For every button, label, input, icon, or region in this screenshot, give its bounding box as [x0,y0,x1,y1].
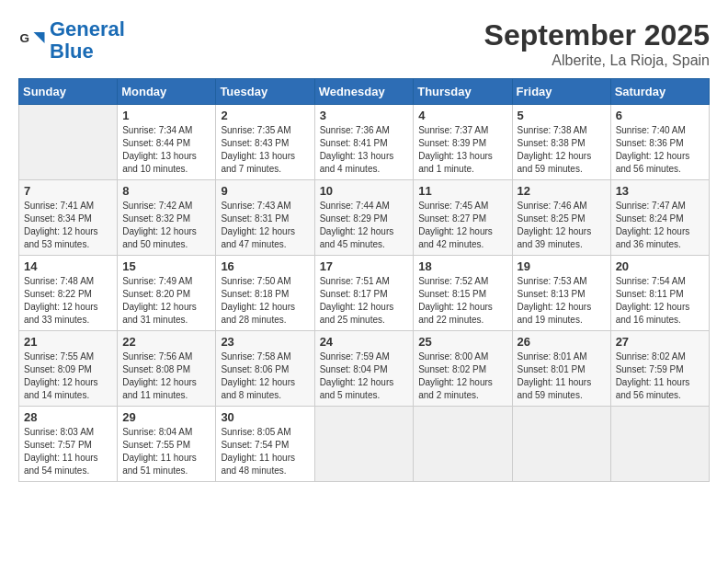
day-detail: Sunrise: 7:50 AM Sunset: 8:18 PM Dayligh… [221,275,309,327]
calendar-cell: 19Sunrise: 7:53 AM Sunset: 8:13 PM Dayli… [512,256,610,331]
logo-icon: G [18,27,46,54]
day-number: 1 [122,109,210,122]
calendar-header-row: SundayMondayTuesdayWednesdayThursdayFrid… [19,79,710,105]
day-detail: Sunrise: 8:02 AM Sunset: 7:59 PM Dayligh… [616,350,704,402]
calendar-cell: 24Sunrise: 7:59 AM Sunset: 8:04 PM Dayli… [314,331,414,407]
day-detail: Sunrise: 7:36 AM Sunset: 8:41 PM Dayligh… [320,124,409,176]
day-number: 6 [616,109,704,122]
calendar-cell [512,407,610,482]
title-block: September 2025 Alberite, La Rioja, Spain [484,18,710,69]
day-of-week-header: Tuesday [216,79,314,105]
day-detail: Sunrise: 7:56 AM Sunset: 8:08 PM Dayligh… [122,350,210,402]
day-number: 29 [122,410,210,424]
day-detail: Sunrise: 7:59 AM Sunset: 8:04 PM Dayligh… [320,350,409,402]
day-detail: Sunrise: 8:01 AM Sunset: 8:01 PM Dayligh… [518,350,606,402]
day-number: 3 [320,109,409,122]
day-detail: Sunrise: 7:48 AM Sunset: 8:22 PM Dayligh… [24,275,112,327]
day-number: 8 [122,184,210,198]
day-of-week-header: Friday [512,79,610,105]
calendar-cell: 25Sunrise: 8:00 AM Sunset: 8:02 PM Dayli… [414,331,512,407]
day-detail: Sunrise: 8:03 AM Sunset: 7:57 PM Dayligh… [24,426,112,477]
day-number: 22 [122,335,210,349]
day-detail: Sunrise: 7:58 AM Sunset: 8:06 PM Dayligh… [221,350,309,402]
day-detail: Sunrise: 8:00 AM Sunset: 8:02 PM Dayligh… [418,350,506,402]
day-detail: Sunrise: 7:44 AM Sunset: 8:29 PM Dayligh… [320,200,409,251]
location-subtitle: Alberite, La Rioja, Spain [484,52,710,69]
svg-text:G: G [20,31,30,45]
day-number: 14 [24,259,112,273]
calendar-cell: 17Sunrise: 7:51 AM Sunset: 8:17 PM Dayli… [314,256,414,331]
day-detail: Sunrise: 7:42 AM Sunset: 8:32 PM Dayligh… [122,200,210,251]
calendar-week-row: 21Sunrise: 7:55 AM Sunset: 8:09 PM Dayli… [19,331,710,407]
calendar-cell [19,105,118,180]
calendar-cell: 22Sunrise: 7:56 AM Sunset: 8:08 PM Dayli… [118,331,216,407]
day-detail: Sunrise: 7:54 AM Sunset: 8:11 PM Dayligh… [616,275,704,327]
calendar-cell: 4Sunrise: 7:37 AM Sunset: 8:39 PM Daylig… [414,105,512,180]
day-detail: Sunrise: 7:43 AM Sunset: 8:31 PM Dayligh… [221,200,309,251]
calendar-table: SundayMondayTuesdayWednesdayThursdayFrid… [18,78,710,482]
calendar-cell: 26Sunrise: 8:01 AM Sunset: 8:01 PM Dayli… [512,331,610,407]
calendar-cell: 12Sunrise: 7:46 AM Sunset: 8:25 PM Dayli… [512,180,610,256]
calendar-cell: 10Sunrise: 7:44 AM Sunset: 8:29 PM Dayli… [314,180,414,256]
day-number: 12 [518,184,606,198]
calendar-cell [610,407,709,482]
day-number: 5 [518,109,606,122]
day-number: 19 [518,259,606,273]
day-detail: Sunrise: 7:51 AM Sunset: 8:17 PM Dayligh… [320,275,409,327]
calendar-cell: 27Sunrise: 8:02 AM Sunset: 7:59 PM Dayli… [610,331,709,407]
page-header: G General Blue September 2025 Alberite, … [18,18,710,69]
calendar-cell [414,407,512,482]
day-detail: Sunrise: 7:52 AM Sunset: 8:15 PM Dayligh… [418,275,506,327]
calendar-cell: 16Sunrise: 7:50 AM Sunset: 8:18 PM Dayli… [216,256,314,331]
calendar-cell: 23Sunrise: 7:58 AM Sunset: 8:06 PM Dayli… [216,331,314,407]
calendar-cell: 8Sunrise: 7:42 AM Sunset: 8:32 PM Daylig… [118,180,216,256]
day-number: 18 [418,259,506,273]
day-of-week-header: Thursday [414,79,512,105]
calendar-cell: 14Sunrise: 7:48 AM Sunset: 8:22 PM Dayli… [19,256,118,331]
day-detail: Sunrise: 7:34 AM Sunset: 8:44 PM Dayligh… [122,124,210,176]
day-of-week-header: Sunday [19,79,118,105]
calendar-cell: 3Sunrise: 7:36 AM Sunset: 8:41 PM Daylig… [314,105,414,180]
calendar-cell: 7Sunrise: 7:41 AM Sunset: 8:34 PM Daylig… [19,180,118,256]
calendar-cell: 6Sunrise: 7:40 AM Sunset: 8:36 PM Daylig… [610,105,709,180]
calendar-week-row: 7Sunrise: 7:41 AM Sunset: 8:34 PM Daylig… [19,180,710,256]
calendar-cell: 2Sunrise: 7:35 AM Sunset: 8:43 PM Daylig… [216,105,314,180]
calendar-cell: 1Sunrise: 7:34 AM Sunset: 8:44 PM Daylig… [118,105,216,180]
calendar-week-row: 14Sunrise: 7:48 AM Sunset: 8:22 PM Dayli… [19,256,710,331]
day-detail: Sunrise: 8:05 AM Sunset: 7:54 PM Dayligh… [221,426,309,477]
day-number: 4 [418,109,506,122]
day-number: 26 [518,335,606,349]
day-of-week-header: Monday [118,79,216,105]
day-number: 24 [320,335,409,349]
day-detail: Sunrise: 7:47 AM Sunset: 8:24 PM Dayligh… [616,200,704,251]
day-detail: Sunrise: 7:45 AM Sunset: 8:27 PM Dayligh… [418,200,506,251]
logo-blue: Blue [50,40,94,63]
day-detail: Sunrise: 7:49 AM Sunset: 8:20 PM Dayligh… [122,275,210,327]
day-number: 13 [616,184,704,198]
day-detail: Sunrise: 7:41 AM Sunset: 8:34 PM Dayligh… [24,200,112,251]
calendar-cell: 28Sunrise: 8:03 AM Sunset: 7:57 PM Dayli… [19,407,118,482]
day-number: 21 [24,335,112,349]
day-number: 7 [24,184,112,198]
calendar-cell [314,407,414,482]
calendar-body: 1Sunrise: 7:34 AM Sunset: 8:44 PM Daylig… [19,105,710,482]
day-of-week-header: Saturday [610,79,709,105]
calendar-cell: 29Sunrise: 8:04 AM Sunset: 7:55 PM Dayli… [118,407,216,482]
calendar-cell: 21Sunrise: 7:55 AM Sunset: 8:09 PM Dayli… [19,331,118,407]
calendar-week-row: 28Sunrise: 8:03 AM Sunset: 7:57 PM Dayli… [19,407,710,482]
day-detail: Sunrise: 7:38 AM Sunset: 8:38 PM Dayligh… [518,124,606,176]
day-number: 17 [320,259,409,273]
day-number: 2 [221,109,309,122]
month-year-title: September 2025 [484,18,710,52]
day-detail: Sunrise: 7:35 AM Sunset: 8:43 PM Dayligh… [221,124,309,176]
calendar-cell: 13Sunrise: 7:47 AM Sunset: 8:24 PM Dayli… [610,180,709,256]
calendar-cell: 30Sunrise: 8:05 AM Sunset: 7:54 PM Dayli… [216,407,314,482]
calendar-week-row: 1Sunrise: 7:34 AM Sunset: 8:44 PM Daylig… [19,105,710,180]
calendar-cell: 20Sunrise: 7:54 AM Sunset: 8:11 PM Dayli… [610,256,709,331]
day-number: 27 [616,335,704,349]
calendar-cell: 15Sunrise: 7:49 AM Sunset: 8:20 PM Dayli… [118,256,216,331]
day-number: 20 [616,259,704,273]
logo-general: General [50,17,125,40]
day-detail: Sunrise: 7:37 AM Sunset: 8:39 PM Dayligh… [418,124,506,176]
day-number: 10 [320,184,409,198]
